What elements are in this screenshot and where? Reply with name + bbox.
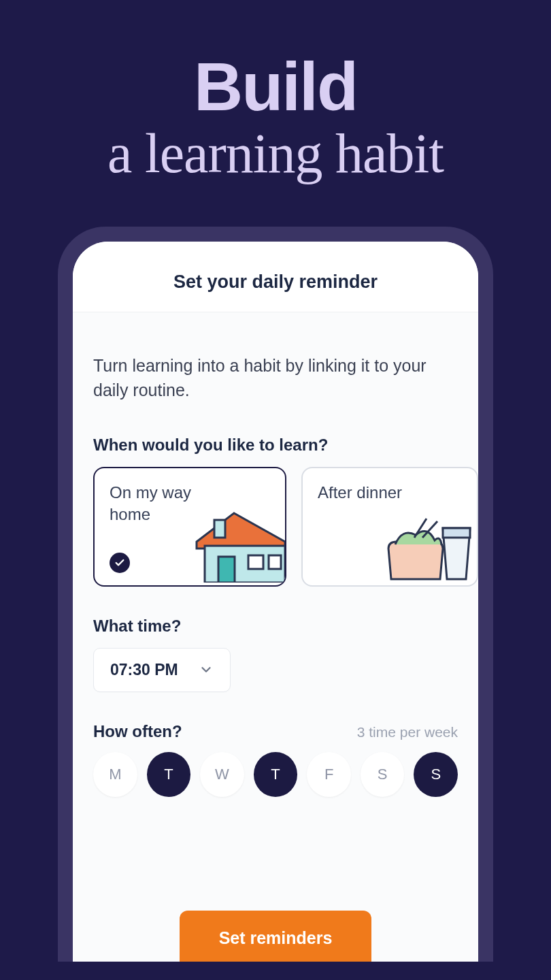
- time-label: What time?: [93, 617, 458, 636]
- option-card-after-dinner[interactable]: After dinner: [301, 467, 478, 587]
- option-label: After dinner: [318, 482, 427, 504]
- day-toggle-wed[interactable]: W: [200, 752, 244, 797]
- day-toggle-mon[interactable]: M: [93, 752, 137, 797]
- selected-check-badge: [110, 553, 130, 573]
- day-toggle-sat[interactable]: S: [361, 752, 405, 797]
- svg-rect-7: [443, 528, 470, 538]
- screen-body: Turn learning into a habit by linking it…: [73, 312, 478, 962]
- svg-rect-4: [269, 555, 281, 569]
- screen-title: Set your daily reminder: [73, 242, 478, 312]
- svg-marker-0: [197, 513, 285, 549]
- svg-rect-2: [218, 557, 235, 583]
- hero-heading: Build a learning habit: [107, 48, 444, 186]
- when-label: When would you like to learn?: [93, 436, 458, 455]
- time-dropdown[interactable]: 07:30 PM: [93, 648, 231, 692]
- svg-rect-5: [214, 520, 225, 538]
- phone-screen: Set your daily reminder Turn learning in…: [73, 242, 478, 962]
- set-reminders-button[interactable]: Set reminders: [180, 911, 372, 962]
- chevron-down-icon: [199, 662, 214, 677]
- option-card-on-my-way-home[interactable]: On my way home: [93, 467, 286, 587]
- check-icon: [114, 557, 125, 568]
- day-toggle-sun[interactable]: S: [414, 752, 458, 797]
- day-toggle-thu[interactable]: T: [254, 752, 298, 797]
- day-toggle-tue[interactable]: T: [147, 752, 191, 797]
- hero-line-1: Build: [107, 48, 444, 126]
- intro-text: Turn learning into a habit by linking it…: [93, 353, 458, 403]
- when-options-row: On my way home: [93, 467, 458, 587]
- frequency-label: How often?: [93, 722, 182, 741]
- dinner-icon: [375, 514, 477, 585]
- house-icon: [183, 508, 285, 585]
- days-row: M T W T F S S: [93, 752, 458, 797]
- time-value: 07:30 PM: [110, 661, 178, 679]
- cta-container: Set reminders: [73, 911, 478, 962]
- svg-rect-3: [248, 555, 263, 569]
- phone-frame: Set your daily reminder Turn learning in…: [58, 227, 493, 962]
- frequency-summary: 3 time per week: [357, 724, 458, 740]
- hero-line-2: a learning habit: [107, 122, 444, 186]
- day-toggle-fri[interactable]: F: [307, 752, 351, 797]
- frequency-header: How often? 3 time per week: [93, 722, 458, 741]
